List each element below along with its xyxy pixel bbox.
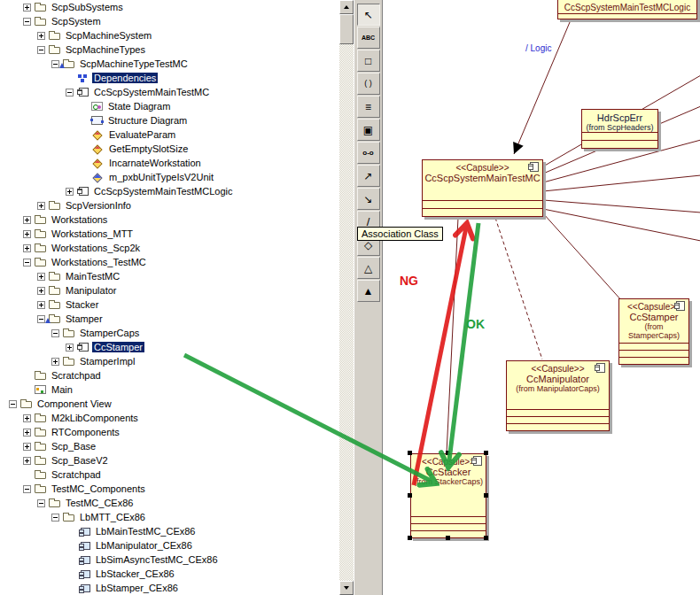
tree-expander-icon[interactable] xyxy=(37,315,45,323)
tree-expander-icon[interactable] xyxy=(51,329,59,337)
tree-item[interactable]: Scratchpad xyxy=(0,368,339,382)
tree-item[interactable]: EvaluateParam xyxy=(0,128,339,142)
tree-item[interactable]: Workstations_MTT xyxy=(0,227,339,241)
tree-item[interactable]: CcStamper xyxy=(0,340,339,354)
class-box-hdrscperr[interactable]: HdrScpErr (from ScpHeaders) xyxy=(581,109,658,149)
tree-expander-icon[interactable] xyxy=(37,499,45,507)
tree-expander-icon[interactable] xyxy=(23,4,31,12)
selection-handle[interactable] xyxy=(484,536,488,540)
scrollbar-thumb[interactable] xyxy=(339,14,354,44)
tree-item[interactable]: ScpMachineTypes xyxy=(0,42,339,57)
tree-item[interactable]: Scp_BaseV2 xyxy=(0,453,339,468)
capsule-box-ccstamper[interactable]: <<Capsule>> CcStamper (from StamperCaps) xyxy=(618,298,689,365)
tree-expander-icon[interactable] xyxy=(37,287,45,295)
tree-expander-icon[interactable] xyxy=(9,400,17,408)
tree-expander-icon[interactable] xyxy=(66,89,74,97)
tree-item[interactable]: IncarnateWorkstation xyxy=(0,156,339,170)
tree-item[interactable]: Component View xyxy=(0,397,339,411)
tree-item[interactable]: GetEmptySlotSize xyxy=(0,142,339,156)
tree-item[interactable]: RTComponents xyxy=(0,425,339,439)
tree-item[interactable]: State Diagram xyxy=(0,99,339,113)
tree-item[interactable]: Scratchpad xyxy=(0,468,339,482)
tree-expander-icon[interactable] xyxy=(37,32,45,40)
tree-expander-icon[interactable] xyxy=(23,457,31,465)
tree-item[interactable]: LbManipulator_CEx86 xyxy=(0,538,339,552)
tree-item[interactable]: Dependencies xyxy=(0,71,339,85)
tree-expander-icon[interactable] xyxy=(23,230,31,238)
tree-item[interactable]: Stacker xyxy=(0,298,339,312)
tree-item[interactable]: LbMTT_CEx86 xyxy=(0,510,339,524)
tree-item[interactable]: ScpMachineTypeTestMC xyxy=(0,57,339,71)
list-tool[interactable]: ≡ xyxy=(357,96,380,118)
selection-handle[interactable] xyxy=(484,493,488,498)
tree-expander-icon[interactable] xyxy=(37,46,45,54)
package-tool[interactable]: ▣ xyxy=(357,119,380,141)
tree-item[interactable]: LbSimAsyncTestMC_CEx86 xyxy=(0,552,339,567)
tree-expander-icon[interactable] xyxy=(37,301,45,309)
tree-item[interactable]: Workstations xyxy=(0,212,339,227)
selection-handle[interactable] xyxy=(446,536,450,540)
capsule-box-logic[interactable]: CcScpSystemMainTestMCLogic xyxy=(557,0,697,19)
tree-item[interactable]: CcScpSystemMainTestMCLogic xyxy=(0,184,339,198)
tree-expander-icon[interactable] xyxy=(66,188,74,196)
pointer-tool[interactable]: ↖ xyxy=(357,4,380,26)
tree-expander-icon[interactable] xyxy=(23,429,31,437)
tree-expander-icon[interactable] xyxy=(23,443,31,451)
tree-expander-icon[interactable] xyxy=(23,244,31,252)
tree-expander-icon[interactable] xyxy=(51,514,59,522)
selection-handle[interactable] xyxy=(408,493,412,498)
tree-item[interactable]: Scp_Base xyxy=(0,439,339,453)
tree-item[interactable]: ScpVersionInfo xyxy=(0,198,339,212)
realize-tool[interactable]: ▲ xyxy=(357,280,380,302)
selection-handle[interactable] xyxy=(408,451,412,455)
capsule-box-ccscpsystemmaintestmc[interactable]: <<Capsule>> CcScpSystemMainTestMC xyxy=(422,159,543,217)
text-tool[interactable]: ABC xyxy=(357,27,380,49)
selection-handle[interactable] xyxy=(484,451,488,455)
scroll-up-button[interactable] xyxy=(339,0,354,14)
tree-expander-icon[interactable] xyxy=(23,414,31,422)
tree-expander-icon[interactable] xyxy=(37,273,45,281)
tree-item[interactable]: Stamper xyxy=(0,312,339,326)
tree-item[interactable]: MainTestMC xyxy=(0,269,339,283)
tree-item[interactable]: LbStamper_CEx86 xyxy=(0,581,339,595)
tree-item[interactable]: ScpMachineSystem xyxy=(0,28,339,42)
tree-item[interactable]: M2kLibComponents xyxy=(0,411,339,425)
tool-glyph: ↘ xyxy=(363,194,372,205)
association-tool[interactable]: ↘ xyxy=(357,188,380,210)
tree-item[interactable]: m_pxbUnitTypeIsV2Unit xyxy=(0,170,339,184)
tree-scrollbar[interactable] xyxy=(339,0,354,595)
capsule-box-ccstacker[interactable]: <<Capsule>> CcStacker (from StackerCaps) xyxy=(410,453,486,538)
tree-item[interactable]: ScpSubSystems xyxy=(0,0,339,14)
tree-item[interactable]: CcScpSystemMainTestMC xyxy=(0,85,339,99)
tree-expander-icon[interactable] xyxy=(51,60,59,68)
inheritance-tool[interactable]: △ xyxy=(357,257,380,279)
tree-item[interactable]: StamperImpl xyxy=(0,354,339,368)
tree-expander-icon[interactable] xyxy=(66,344,74,352)
connector-tool[interactable]: o-o xyxy=(357,142,380,164)
dependency-tool[interactable]: ↗ xyxy=(357,165,380,187)
tree-item[interactable]: Structure Diagram xyxy=(0,113,339,128)
tree-item[interactable]: LbMainTestMC_CEx86 xyxy=(0,524,339,538)
tree-item[interactable]: Workstations_TestMC xyxy=(0,255,339,269)
diagram-canvas[interactable]: / Logic CcScpSystemMainTestMCLogic HdrSc… xyxy=(382,0,700,595)
tree-item[interactable]: StamperCaps xyxy=(0,326,339,340)
tree-expander-icon[interactable] xyxy=(51,358,59,366)
note-tool[interactable]: □ xyxy=(357,50,380,72)
collaboration-tool[interactable]: ( ) xyxy=(357,73,380,95)
tree-item[interactable]: TestMC_CEx86 xyxy=(0,496,339,510)
tree-item[interactable]: TestMC_Components xyxy=(0,482,339,496)
tree-item[interactable]: LbStacker_CEx86 xyxy=(0,567,339,581)
capsule-box-ccmanipulator[interactable]: <<Capsule>> CcManipulator (from Manipula… xyxy=(506,360,610,431)
scroll-down-button[interactable] xyxy=(339,581,354,595)
tree-item[interactable]: Workstations_Scp2k xyxy=(0,241,339,255)
tree-item[interactable]: ScpSystem xyxy=(0,14,339,28)
tree-expander-icon[interactable] xyxy=(23,18,31,26)
tree-expander-icon[interactable] xyxy=(37,202,45,210)
tree-expander-icon[interactable] xyxy=(23,216,31,224)
tree-item[interactable]: Main xyxy=(0,382,339,397)
tree-item[interactable]: Manipulator xyxy=(0,283,339,298)
selection-handle[interactable] xyxy=(446,451,450,455)
tree-expander-icon[interactable] xyxy=(23,485,31,493)
tree-expander-icon[interactable] xyxy=(23,259,31,267)
selection-handle[interactable] xyxy=(408,536,412,540)
